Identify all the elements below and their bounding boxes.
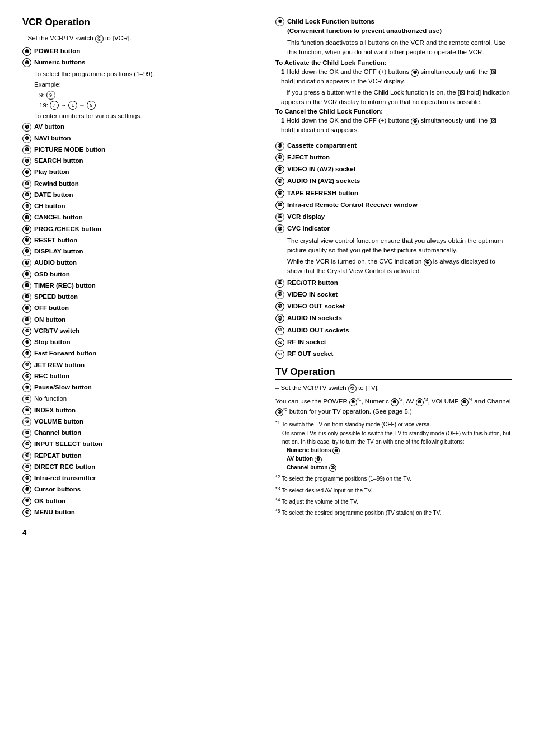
item-fast-forward: ㉓ Fast Forward button (22, 349, 259, 358)
item-numeric: ❷ Numeric buttons (22, 58, 259, 67)
numeric-example-label: Example: (34, 80, 259, 90)
circle-18: ⓲ (22, 293, 31, 302)
item-cvc: ㊻ CVC indicator (275, 224, 512, 233)
cvc-desc2: While the VCR is turned on, the CVC indi… (287, 257, 512, 276)
activate-title: To Activate the Child Lock Function: (275, 59, 512, 66)
play-label: Play button (34, 167, 69, 177)
item-video-out: ㊾ VIDEO OUT socket (275, 302, 512, 311)
item-off: ⓳ OFF button (22, 303, 259, 313)
item-tape-refresh: ㊸ TAPE REFRESH button (275, 189, 512, 198)
example-19-label: 19: (39, 102, 48, 109)
item-channel: ㉚ Channel button (22, 428, 259, 438)
tv-desc: You can use the POWER ❶*1, Numeric ❷*2, … (275, 396, 512, 416)
circle-11: ⓫ (22, 213, 31, 222)
circle-2: ❷ (22, 58, 31, 67)
item-date: ❾ DATE button (22, 190, 259, 200)
item-navi: ❹ NAVI button (22, 134, 259, 143)
item-rec-otr: ㊼ REC/OTR button (275, 278, 512, 288)
item-ch: ❿ CH button (22, 201, 259, 211)
item-av: ❸ AV button (22, 122, 259, 132)
on-label: ON button (34, 315, 65, 325)
circle-tape-refresh: ㊸ (275, 189, 284, 198)
circle-10: ❿ (22, 202, 31, 211)
circle-23: ㉓ (22, 349, 31, 358)
item-rec: ㉕ REC button (22, 372, 259, 381)
reset-label: RESET button (34, 236, 77, 245)
search-label: SEARCH button (34, 156, 83, 166)
circle-22: ㉒ (22, 338, 31, 347)
circle-rec-otr: ㊼ (275, 279, 284, 288)
child-lock-section: ㊳ Child Lock Function buttons (Convenien… (275, 17, 512, 135)
circle-audio-in-av2: ㊷ (275, 177, 284, 186)
circle-4: ❹ (22, 134, 31, 143)
circle-28: ㉘ (22, 406, 31, 415)
circle-rf-in: 52 (275, 338, 284, 347)
direct-rec-label: DIRECT REC button (34, 462, 95, 472)
cancel-step1: 1 Hold down the OK and the OFF (+) butto… (281, 116, 512, 135)
item-index: ㉘ INDEX button (22, 406, 259, 415)
circle-cvc: ㊻ (275, 224, 284, 233)
circle-1: ❶ (22, 47, 31, 56)
rec-otr-label: REC/OTR button (287, 278, 338, 288)
item-vcr-display: ㊺ VCR display (275, 212, 512, 222)
tv-operation-title: TV Operation (275, 367, 512, 380)
video-in-av2-label: VIDEO IN (AV2) socket (287, 165, 356, 174)
item-direct-rec: ㉝ DIRECT REC button (22, 462, 259, 472)
pause-slow-label: Pause/Slow button (34, 383, 92, 392)
circle-num-9: 9 (46, 91, 55, 100)
vcr-operation-title: VCR Operation (22, 17, 259, 30)
ok-label: OK button (34, 496, 65, 506)
footnote-2: *2 To select the programme positions (1–… (275, 473, 512, 483)
arrow-1: → (60, 102, 67, 109)
child-lock-subtitle: (Convenient function to prevent unauthor… (287, 26, 442, 36)
cvc-label: CVC indicator (287, 224, 330, 233)
circle-video-out: ㊾ (275, 302, 284, 311)
circle-29: ㉙ (22, 417, 31, 426)
circle-16: ⓰ (22, 270, 31, 279)
circle-27: ㉗ (22, 395, 31, 403)
rf-in-label: RF IN socket (287, 337, 326, 347)
rec-label: REC button (34, 372, 69, 381)
page: VCR Operation – Set the VCR/TV switch ⓪ … (0, 0, 534, 756)
activate-subsection: To Activate the Child Lock Function: 1 H… (275, 59, 512, 135)
item-speed: ⓲ SPEED button (22, 292, 259, 302)
item-audio-in-av2: ㊷ AUDIO IN (AV2) sockets (275, 176, 512, 186)
fast-forward-label: Fast Forward button (34, 349, 96, 358)
item-rf-out: 53 RF OUT socket (275, 349, 512, 359)
circle-3: ❸ (22, 123, 31, 132)
no-function-label: No function (34, 394, 67, 403)
child-lock-item: ㊳ Child Lock Function buttons (Convenien… (275, 17, 512, 36)
example-19: 19: ∕ → 1 → 9 (39, 101, 259, 110)
power-label: POWER button (34, 46, 80, 56)
timer-rec-label: TIMER (REC) button (34, 281, 96, 290)
item-on: ⓴ ON button (22, 315, 259, 325)
item-input-select: ㉛ INPUT SELECT button (22, 439, 259, 449)
ir-transmitter-label: Infra-red transmitter (34, 473, 96, 483)
audio-label: AUDIO button (34, 258, 77, 267)
activate-dash: – If you press a button while the Child … (281, 88, 512, 107)
item-rewind: ❽ Rewind button (22, 179, 259, 189)
circle-33: ㉝ (22, 463, 31, 472)
circle-7: ❼ (22, 168, 31, 177)
item-audio-in: ㊿ AUDIO IN sockets (275, 313, 512, 323)
circle-19: ⓳ (22, 304, 31, 313)
circle-25: ㉕ (22, 372, 31, 381)
item-rf-in: 52 RF IN socket (275, 337, 512, 347)
cvc-desc1: The crystal view control function ensure… (287, 236, 512, 256)
circle-num-9b: 9 (87, 101, 96, 110)
circle-15: ⓯ (22, 259, 31, 267)
index-label: INDEX button (34, 406, 76, 415)
item-cursor: ㉟ Cursor buttons (22, 485, 259, 494)
example-9: 9: 9 (39, 91, 259, 100)
input-select-label: INPUT SELECT button (34, 439, 102, 449)
circle-31: ㉛ (22, 440, 31, 449)
prog-check-label: PROG./CHECK button (34, 224, 101, 234)
numeric-desc2: To enter numbers for various settings. (34, 111, 259, 121)
audio-out-label: AUDIO OUT sockets (287, 326, 349, 335)
jet-rew-label: JET REW button (34, 360, 85, 370)
item-vcr-tv: ㉑ VCR/TV switch (22, 326, 259, 336)
circle-8: ❽ (22, 180, 31, 189)
item-jet-rew: ㉔ JET REW button (22, 360, 259, 370)
circle-21: ㉑ (22, 327, 31, 336)
navi-label: NAVI button (34, 134, 71, 143)
